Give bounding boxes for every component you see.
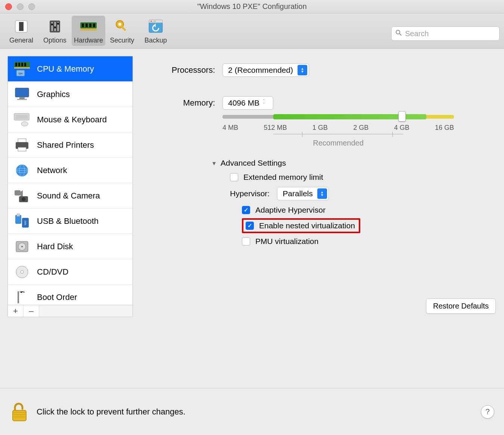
triangle-down-icon: ▼ xyxy=(211,160,217,166)
svg-rect-17 xyxy=(121,26,126,31)
extended-memory-checkbox[interactable] xyxy=(230,173,238,181)
window-title: "Windows 10 PXE" Configuration xyxy=(197,2,307,11)
tab-security[interactable]: Security xyxy=(105,16,139,46)
svg-line-24 xyxy=(399,34,401,35)
stepper-arrows-icon: ▲▼ xyxy=(298,65,307,75)
close-window-button[interactable] xyxy=(5,3,12,10)
sound-camera-icon xyxy=(13,187,31,205)
svg-rect-64 xyxy=(13,414,25,415)
sidebar-item-graphics[interactable]: Graphics xyxy=(8,82,133,107)
svg-rect-61 xyxy=(21,294,22,295)
svg-point-22 xyxy=(155,21,156,22)
switch-icon xyxy=(4,17,38,36)
pmu-virtualization-row[interactable]: PMU virtualization xyxy=(242,237,497,246)
sidebar-item-usb-bluetooth[interactable]: ᛒ USB & Bluetooth xyxy=(8,209,133,234)
memory-input[interactable]: 4096 MB ˆˇ xyxy=(223,96,273,110)
pmu-virtualization-checkbox[interactable] xyxy=(242,237,250,245)
svg-rect-60 xyxy=(22,292,24,294)
sidebar-item-hard-disk[interactable]: Hard Disk xyxy=(8,234,133,259)
slider-thumb[interactable] xyxy=(398,111,406,122)
svg-rect-8 xyxy=(57,23,59,25)
window-controls xyxy=(0,3,35,10)
footer: Click the lock to prevent further change… xyxy=(0,388,504,435)
sidebar-item-label: Network xyxy=(37,166,67,175)
sidebar-item-boot-order[interactable]: Boot Order xyxy=(8,285,133,305)
tick-label: 16 GB xyxy=(435,124,454,132)
svg-rect-28 xyxy=(21,63,23,66)
svg-rect-14 xyxy=(80,28,97,31)
adaptive-hypervisor-label: Adaptive Hypervisor xyxy=(255,206,326,215)
memory-slider[interactable] xyxy=(223,115,454,119)
add-button[interactable]: + xyxy=(8,305,24,317)
svg-rect-7 xyxy=(54,26,56,28)
zoom-window-button[interactable] xyxy=(28,3,35,10)
usb-bluetooth-icon: ᛒ xyxy=(13,212,31,230)
sidebar-item-shared-printers[interactable]: Shared Printers xyxy=(8,132,133,158)
stepper-arrows-icon: ▲▼ xyxy=(317,188,327,199)
help-button[interactable]: ? xyxy=(481,405,494,419)
processors-label: Processors: xyxy=(148,65,215,75)
sidebar-footer-blank xyxy=(39,305,133,317)
slider-ticks: 4 MB 512 MB 1 GB 2 GB 4 GB 16 GB xyxy=(223,124,454,132)
sidebar-item-sound-camera[interactable]: Sound & Camera xyxy=(8,183,133,209)
svg-rect-58 xyxy=(18,291,19,303)
sidebar: cpu CPU & Memory Graphics Mouse & Keyboa… xyxy=(7,56,133,317)
tick-label: 1 GB xyxy=(312,124,328,132)
tab-general[interactable]: General xyxy=(4,16,38,46)
svg-point-20 xyxy=(151,21,152,22)
tick-label: 2 GB xyxy=(353,124,368,132)
svg-rect-59 xyxy=(19,292,21,294)
restore-defaults-button[interactable]: Restore Defaults xyxy=(426,298,496,314)
svg-rect-27 xyxy=(18,63,20,66)
adaptive-hypervisor-checkbox[interactable]: ✓ xyxy=(242,206,250,214)
svg-point-55 xyxy=(21,246,23,247)
disc-icon xyxy=(13,263,31,281)
hypervisor-select[interactable]: Parallels ▲▼ xyxy=(277,187,329,200)
svg-rect-37 xyxy=(15,115,28,119)
tab-hardware[interactable]: Hardware xyxy=(72,16,105,46)
sidebar-item-label: Sound & Camera xyxy=(37,191,100,201)
svg-rect-1 xyxy=(19,22,24,31)
sidebar-item-mouse-keyboard[interactable]: Mouse & Keyboard xyxy=(8,107,133,132)
memory-label: Memory: xyxy=(148,98,215,108)
adaptive-hypervisor-row[interactable]: ✓ Adaptive Hypervisor xyxy=(242,206,497,215)
processors-select[interactable]: 2 (Recommended) ▲▼ xyxy=(223,63,309,77)
sidebar-item-cpu-memory[interactable]: cpu CPU & Memory xyxy=(8,56,133,82)
svg-text:ᛒ: ᛒ xyxy=(24,220,27,226)
nested-virtualization-row[interactable]: ✓ Enable nested virtualization xyxy=(246,221,355,230)
tab-label: Options xyxy=(38,37,72,44)
search-icon xyxy=(395,29,402,38)
svg-point-23 xyxy=(396,30,400,34)
svg-rect-39 xyxy=(18,139,26,143)
nested-virtualization-checkbox[interactable]: ✓ xyxy=(246,222,254,230)
svg-point-38 xyxy=(21,122,28,126)
hypervisor-value: Parallels xyxy=(283,189,313,198)
tab-label: Security xyxy=(105,37,139,44)
svg-rect-65 xyxy=(13,416,25,417)
tab-backup[interactable]: Backup xyxy=(139,16,172,46)
globe-icon xyxy=(13,162,31,179)
search-input[interactable] xyxy=(405,29,495,38)
toolbar: General Options Hardware Security Backup xyxy=(0,13,504,48)
svg-rect-11 xyxy=(85,24,88,27)
sidebar-item-label: CD/DVD xyxy=(37,267,68,277)
sidebar-item-cd-dvd[interactable]: CD/DVD xyxy=(8,259,133,285)
advanced-settings-toggle[interactable]: ▼ Advanced Settings xyxy=(211,159,497,168)
extended-memory-row[interactable]: Extended memory limit xyxy=(230,173,497,182)
minimize-window-button[interactable] xyxy=(17,3,24,10)
restore-defaults-wrap: Restore Defaults xyxy=(426,298,496,314)
ram-icon xyxy=(72,17,105,36)
remove-button[interactable]: – xyxy=(24,305,39,317)
svg-rect-3 xyxy=(52,22,53,31)
svg-rect-29 xyxy=(24,63,26,66)
stepper-arrows-icon[interactable]: ˆˇ xyxy=(263,100,270,106)
ram-cpu-icon: cpu xyxy=(13,60,31,78)
search-box[interactable] xyxy=(391,26,500,41)
svg-rect-33 xyxy=(15,88,29,97)
svg-rect-34 xyxy=(19,97,25,99)
lock-icon[interactable] xyxy=(10,401,29,422)
sidebar-item-label: Hard Disk xyxy=(37,242,73,251)
sidebar-item-network[interactable]: Network xyxy=(8,158,133,183)
tab-options[interactable]: Options xyxy=(38,16,72,46)
svg-point-16 xyxy=(118,23,121,26)
